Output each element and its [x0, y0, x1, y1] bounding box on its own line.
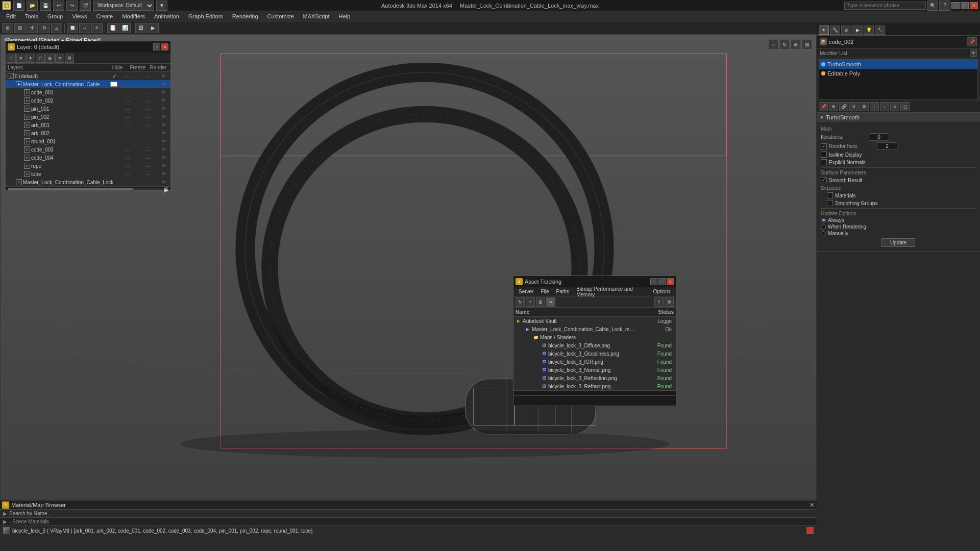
layer-row-pin002[interactable]: ▷ pin_002 — — 👁 [6, 113, 170, 121]
layer-row-pin001[interactable]: ▷ pin_001 — — 👁 [6, 105, 170, 113]
help-btn[interactable]: ? [939, 1, 950, 11]
asset-menu-options[interactable]: Options [650, 288, 674, 295]
rotate-btn[interactable]: ↻ [39, 23, 50, 33]
config-modifier-sets-btn[interactable]: ⚙ [860, 102, 869, 111]
asset-settings-btn[interactable]: ⚙ [665, 297, 674, 307]
search-btn[interactable]: 🔍 [927, 1, 938, 11]
pan-btn[interactable]: ↔ [768, 39, 778, 49]
smooth-result-checkbox[interactable]: ✓ [821, 177, 827, 183]
menu-maxscript[interactable]: MAXScript [299, 12, 334, 20]
asset-menu-paths[interactable]: Paths [553, 288, 573, 295]
when-rendering-radio[interactable] [821, 224, 826, 230]
move-btn[interactable]: ✛ [27, 23, 38, 33]
workspace-dropdown[interactable]: Workspace: Default [93, 1, 154, 11]
asset-menu-file[interactable]: File [537, 288, 552, 295]
motion-tab[interactable]: ▶ [852, 26, 863, 35]
layer-row-tube[interactable]: ▷ tube — — 👁 [6, 170, 170, 178]
render-settings-btn[interactable]: 🎬 [80, 1, 91, 11]
asset-add-btn[interactable]: + [526, 297, 535, 307]
menu-graph-editors[interactable]: Graph Editors [184, 12, 227, 20]
render-btn[interactable]: 🖼 [135, 23, 146, 33]
align-btn[interactable]: ≡ [91, 23, 103, 33]
undo-btn[interactable]: ↩ [53, 1, 64, 11]
pin-stack-btn[interactable]: 📌 [819, 102, 828, 111]
asset-row-glossiness[interactable]: 🖼 bicycle_lock_3_Glossiness.png Found [513, 349, 676, 358]
scale-btn[interactable]: ⊿ [51, 23, 62, 33]
asset-row-reflection[interactable]: 🖼 bicycle_lock_3_Reflection.png Found [513, 374, 676, 382]
close-btn[interactable]: ✕ [970, 2, 978, 9]
always-radio[interactable] [821, 218, 826, 223]
modifier-list-panel[interactable]: TurboSmooth Editable Poly [819, 59, 978, 100]
workspace-expand-btn[interactable]: ▼ [156, 1, 167, 11]
asset-row-maps[interactable]: 📁 Maps / Shaders [513, 333, 676, 341]
asset-row-vault[interactable]: ▶ Autodesk Vault Logge [513, 317, 676, 325]
asset-panel-close-btn[interactable]: ✕ [667, 278, 674, 285]
open-file-btn[interactable]: 📂 [27, 1, 38, 11]
layer-scrollbar[interactable]: ▶ [6, 186, 170, 190]
layer-row-code003[interactable]: ▷ code_003 — — 👁 [6, 145, 170, 154]
turbosmooth-rollout-header[interactable]: ▼ TurboSmooth [817, 113, 980, 122]
modify-tab[interactable]: 🔧 [830, 26, 840, 35]
layer-select-objects-btn[interactable]: ◻ [36, 54, 45, 63]
orbit-btn[interactable]: ↻ [779, 39, 790, 49]
menu-edit[interactable]: Edit [2, 12, 20, 20]
show-all-btn[interactable]: ≡ [890, 102, 899, 111]
layer-settings-btn[interactable]: ⚙ [65, 54, 74, 63]
asset-grid-btn[interactable]: ⊞ [536, 297, 545, 307]
minimize-btn[interactable]: ─ [951, 2, 960, 9]
hierarchy-tab[interactable]: ⊕ [841, 26, 851, 35]
maximize-btn[interactable]: □ [961, 2, 969, 9]
layer-row-mastercopy[interactable]: ▷ Master_Lock_Combination_Cable_Lock — —… [6, 178, 170, 186]
modifier-entry-turbosmooth[interactable]: TurboSmooth [819, 60, 977, 69]
asset-row-normal[interactable]: 🖼 bicycle_lock_3_Normal.png Found [513, 366, 676, 374]
layer-panel-close-btn[interactable]: ✕ [161, 43, 168, 51]
asset-path-input[interactable] [513, 396, 676, 406]
layer-row-ark001[interactable]: ▷ ark_001 — — 👁 [6, 121, 170, 129]
menu-tools[interactable]: Tools [21, 12, 42, 20]
remove-modifier-btn[interactable]: ✕ [849, 102, 859, 111]
asset-menu-server[interactable]: Server [516, 288, 536, 295]
isoline-checkbox[interactable] [821, 152, 827, 158]
asset-scrollbar-h[interactable] [513, 390, 676, 395]
up-btn[interactable]: ↑ [870, 102, 879, 111]
layer-delete-btn[interactable]: ✕ [16, 54, 26, 63]
menu-views[interactable]: Views [68, 12, 91, 20]
asset-panel-min-btn[interactable]: ─ [650, 278, 657, 285]
layer-new-btn[interactable]: + [7, 54, 16, 63]
layer-row-0[interactable]: L 0 (default) ✓ — — 👁 [6, 72, 170, 80]
object-pin-btn[interactable]: 📌 [967, 37, 977, 46]
manually-radio[interactable] [821, 231, 826, 236]
materials-checkbox[interactable] [827, 192, 833, 198]
layer-row-code002[interactable]: ▷ code_002 — — 👁 [6, 96, 170, 105]
zoom-btn[interactable]: ⊕ [791, 39, 801, 49]
redo-btn[interactable]: ↪ [66, 1, 78, 11]
make-unique-btn[interactable]: 🔗 [839, 102, 848, 111]
asset-row-mainfile[interactable]: ▶ Master_Lock_Combination_Cable_Lock_max… [513, 325, 676, 333]
asset-row-ior[interactable]: 🖼 bicycle_lock_3_IOR.png Found [513, 358, 676, 366]
mirror-btn[interactable]: ↔ [79, 23, 90, 33]
new-file-btn[interactable]: 📄 [13, 1, 24, 11]
iterations-input[interactable] [869, 133, 889, 141]
layer-row-code001[interactable]: ▷ code_001 — — 👁 [6, 88, 170, 96]
down-btn[interactable]: ↓ [880, 102, 889, 111]
layer-panel-help-btn[interactable]: ? [153, 43, 160, 51]
menu-modifiers[interactable]: Modifiers [118, 12, 149, 20]
material-panel-close-btn[interactable]: ✕ [810, 502, 815, 509]
utility-tab[interactable]: 🔨 [875, 26, 885, 35]
menu-rendering[interactable]: Rendering [228, 12, 262, 20]
layer-row-ark002[interactable]: ▷ ark_002 — — 👁 [6, 129, 170, 137]
layer-row-rope[interactable]: ▷ rope — — 👁 [6, 162, 170, 170]
search-input[interactable] [844, 2, 926, 10]
menu-customize[interactable]: Customize [263, 12, 298, 20]
render-iters-input[interactable] [877, 142, 897, 150]
material-item-bicycle-lock[interactable]: bicycle_lock_3 ( VRayMtl ) [ark_001, ark… [0, 526, 817, 535]
smoothing-groups-checkbox[interactable] [827, 200, 833, 206]
quickrender-btn[interactable]: ▶ [148, 23, 159, 33]
zoom-extents-btn[interactable]: ⊞ [802, 39, 812, 49]
show-end-result-btn[interactable]: ⊕ [829, 102, 838, 111]
layer-scrollbar-right-arrow[interactable]: ▶ [164, 187, 168, 191]
menu-create[interactable]: Create [92, 12, 117, 20]
save-file-btn[interactable]: 💾 [40, 1, 51, 11]
layer-row-master[interactable]: ▶ Master_Lock_Combination_Cable_Lock — —… [6, 80, 170, 88]
master-checkbox[interactable] [110, 82, 117, 87]
